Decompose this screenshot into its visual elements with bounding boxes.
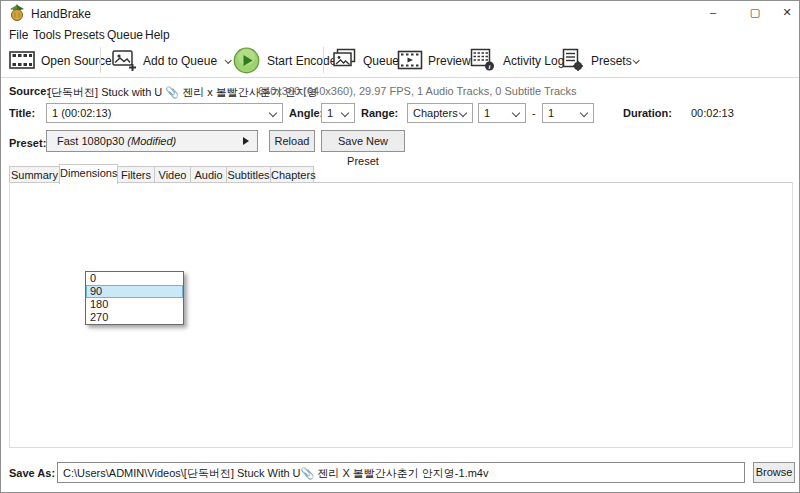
rotation-dropdown-list: 0 90 180 270	[85, 271, 184, 325]
range-to-value: 1	[548, 107, 554, 119]
add-to-queue-dropdown-icon[interactable]	[225, 57, 232, 64]
duration-label: Duration:	[623, 107, 672, 119]
menu-queue[interactable]: Queue	[107, 28, 143, 42]
title-select-value: 1 (00:02:13)	[52, 107, 111, 119]
menu-file[interactable]: File	[9, 28, 28, 42]
open-source-icon	[9, 49, 35, 71]
title-select[interactable]: 1 (00:02:13)	[46, 103, 283, 123]
queue-button[interactable]: Queue	[363, 54, 399, 68]
save-new-preset-button[interactable]: Save New Preset	[321, 130, 405, 152]
angle-label: Angle:	[289, 107, 323, 119]
range-from-value: 1	[484, 107, 490, 119]
range-dash: -	[532, 107, 536, 119]
window-title: HandBrake	[31, 7, 91, 21]
range-type-value: Chapters	[413, 107, 458, 119]
rotation-option-270[interactable]: 270	[86, 311, 183, 324]
angle-select[interactable]: 1	[321, 103, 355, 123]
chevron-down-icon	[269, 109, 277, 117]
preset-label: Preset:	[9, 137, 46, 149]
preset-select[interactable]: Fast 1080p30 (Modified)	[46, 130, 258, 152]
chevron-down-icon	[459, 109, 467, 117]
start-encode-button[interactable]: Start Encode	[267, 54, 336, 68]
start-encode-icon	[233, 47, 260, 74]
browse-button[interactable]: Browse	[753, 462, 795, 483]
flyout-arrow-icon	[243, 137, 249, 145]
add-to-queue-icon	[111, 49, 138, 72]
range-to-select[interactable]: 1	[542, 103, 594, 123]
presets-toolbar-button[interactable]: Presets	[591, 54, 632, 68]
presets-dropdown-icon[interactable]	[633, 57, 640, 64]
svg-text:i: i	[489, 63, 491, 71]
handbrake-logo-icon	[9, 4, 26, 21]
reload-button[interactable]: Reload	[269, 130, 315, 152]
add-to-queue-button[interactable]: Add to Queue	[143, 54, 217, 68]
activity-log-icon: i	[469, 48, 496, 72]
rotation-option-180[interactable]: 180	[86, 298, 183, 311]
rotation-option-90[interactable]: 90	[86, 285, 183, 298]
maximize-button[interactable]: ▢	[739, 1, 771, 23]
menu-presets[interactable]: Presets	[64, 28, 105, 42]
menu-tools[interactable]: Tools	[33, 28, 61, 42]
tab-strip: Summary Dimensions Filters Video Audio S…	[9, 164, 313, 184]
preset-value: Fast 1080p30	[57, 135, 124, 147]
source-label: Source:	[9, 85, 50, 97]
close-button[interactable]: ✕	[771, 1, 800, 23]
preset-modified-flag: (Modified)	[127, 135, 176, 147]
activity-log-button[interactable]: Activity Log	[503, 54, 564, 68]
tab-dimensions[interactable]: Dimensions	[59, 164, 118, 184]
duration-value: 00:02:13	[691, 107, 734, 119]
toolbar-separator	[323, 47, 324, 73]
range-type-select[interactable]: Chapters	[407, 103, 473, 123]
rotation-option-0[interactable]: 0	[86, 272, 183, 285]
save-as-input[interactable]: C:\Users\ADMIN\Videos\[단독버전] Stuck With …	[57, 462, 745, 483]
chevron-down-icon	[512, 109, 520, 117]
minimize-button[interactable]: –	[697, 1, 729, 23]
toolbar-divider	[1, 77, 800, 78]
queue-icon	[331, 48, 357, 71]
save-as-label: Save As:	[9, 467, 55, 479]
menu-help[interactable]: Help	[145, 28, 170, 42]
range-from-select[interactable]: 1	[478, 103, 526, 123]
preview-icon	[397, 49, 423, 71]
toolbar-separator	[100, 47, 101, 73]
open-source-button[interactable]: Open Source	[41, 54, 112, 68]
chevron-down-icon	[580, 109, 588, 117]
angle-select-value: 1	[327, 107, 333, 119]
preview-button[interactable]: Preview	[428, 54, 471, 68]
chevron-down-icon	[341, 109, 349, 117]
title-label: Title:	[9, 107, 35, 119]
presets-icon	[559, 48, 585, 72]
range-label: Range:	[361, 107, 398, 119]
save-as-path: C:\Users\ADMIN\Videos\[단독버전] Stuck With …	[63, 467, 488, 479]
handbrake-window: HandBrake – ▢ ✕ File Tools Presets Queue…	[0, 0, 800, 493]
source-details: 640x360 (640x360), 29.97 FPS, 1 Audio Tr…	[258, 85, 577, 97]
